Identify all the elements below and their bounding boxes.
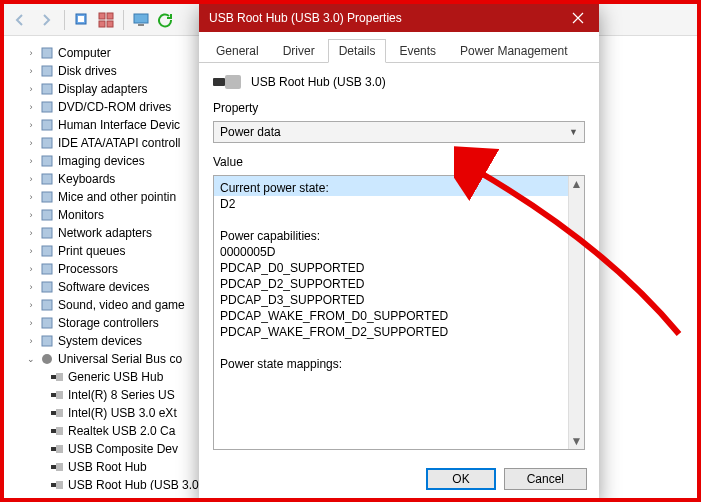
expand-icon[interactable]: › <box>26 206 36 224</box>
dialog-titlebar: USB Root Hub (USB 3.0) Properties <box>199 4 599 32</box>
svg-rect-24 <box>42 336 52 346</box>
svg-rect-22 <box>42 300 52 310</box>
expand-icon[interactable]: › <box>26 62 36 80</box>
tree-label: Imaging devices <box>58 152 145 170</box>
scrollbar[interactable]: ▲ ▼ <box>568 176 584 449</box>
svg-rect-33 <box>56 427 63 435</box>
svg-rect-6 <box>134 14 148 23</box>
usb-icon <box>50 460 64 474</box>
chevron-down-icon: ▼ <box>569 127 578 137</box>
expand-icon[interactable]: › <box>26 116 36 134</box>
value-label: Value <box>213 155 585 169</box>
svg-rect-14 <box>42 156 52 166</box>
close-icon[interactable] <box>557 4 599 32</box>
expand-icon[interactable]: › <box>26 134 36 152</box>
scroll-up-icon[interactable]: ▲ <box>569 176 584 192</box>
ok-button[interactable]: OK <box>426 468 495 490</box>
svg-rect-37 <box>56 463 63 471</box>
expand-icon[interactable]: › <box>26 278 36 296</box>
device-icon <box>40 154 54 168</box>
toolbar-sep <box>64 10 65 30</box>
value-line: D2 <box>220 196 562 212</box>
nav-back-icon[interactable] <box>8 8 32 32</box>
expand-icon[interactable]: › <box>26 170 36 188</box>
expand-icon[interactable]: › <box>26 296 36 314</box>
device-icon <box>40 118 54 132</box>
expand-icon[interactable]: › <box>26 80 36 98</box>
expand-icon[interactable]: › <box>26 98 36 116</box>
device-icon <box>40 64 54 78</box>
dialog-tabs: GeneralDriverDetailsEventsPower Manageme… <box>199 32 599 63</box>
computer-icon[interactable] <box>130 9 152 31</box>
device-icon <box>40 244 54 258</box>
expand-icon[interactable]: › <box>26 242 36 260</box>
device-icon <box>40 46 54 60</box>
search-icon[interactable] <box>71 9 93 31</box>
svg-rect-29 <box>56 391 63 399</box>
svg-rect-35 <box>56 445 63 453</box>
svg-rect-1 <box>78 16 84 22</box>
device-icon <box>40 298 54 312</box>
svg-rect-36 <box>51 465 56 469</box>
expand-icon[interactable]: › <box>26 260 36 278</box>
device-icon <box>40 190 54 204</box>
toolbar-sep <box>123 10 124 30</box>
svg-rect-26 <box>51 375 56 379</box>
tree-label: Processors <box>58 260 118 278</box>
tab-driver[interactable]: Driver <box>272 39 326 63</box>
svg-rect-10 <box>42 84 52 94</box>
value-listbox[interactable]: Current power state:D2 Power capabilitie… <box>213 175 585 450</box>
expand-icon[interactable]: › <box>26 44 36 62</box>
svg-rect-12 <box>42 120 52 130</box>
svg-rect-3 <box>107 13 113 19</box>
device-icon <box>40 136 54 150</box>
svg-rect-39 <box>56 481 63 489</box>
device-icon <box>40 208 54 222</box>
tab-events[interactable]: Events <box>388 39 447 63</box>
tree-label: Generic USB Hub <box>68 368 163 386</box>
tree-label: Intel(R) USB 3.0 eXt <box>68 404 177 422</box>
svg-rect-28 <box>51 393 56 397</box>
collapse-icon[interactable]: ⌄ <box>26 350 36 368</box>
usb-icon <box>50 370 64 384</box>
value-line: PDCAP_D3_SUPPORTED <box>220 292 562 308</box>
tree-label: Keyboards <box>58 170 115 188</box>
device-icon <box>40 334 54 348</box>
svg-rect-21 <box>42 282 52 292</box>
tab-power-management[interactable]: Power Management <box>449 39 578 63</box>
property-dropdown[interactable]: Power data ▼ <box>213 121 585 143</box>
svg-rect-5 <box>107 21 113 27</box>
scroll-down-icon[interactable]: ▼ <box>569 433 584 449</box>
expand-icon[interactable]: › <box>26 152 36 170</box>
tab-details[interactable]: Details <box>328 39 387 63</box>
refresh-icon[interactable] <box>154 9 176 31</box>
svg-rect-32 <box>51 429 56 433</box>
svg-rect-27 <box>56 373 63 381</box>
expand-icon[interactable]: › <box>26 224 36 242</box>
svg-rect-18 <box>42 228 52 238</box>
properties-dialog: USB Root Hub (USB 3.0) Properties Genera… <box>199 4 599 502</box>
nav-forward-icon[interactable] <box>34 8 58 32</box>
tree-label: DVD/CD-ROM drives <box>58 98 171 116</box>
svg-rect-16 <box>42 192 52 202</box>
grid-icon[interactable] <box>95 9 117 31</box>
usb-icon <box>50 406 64 420</box>
expand-icon[interactable]: › <box>26 314 36 332</box>
expand-icon[interactable]: › <box>26 332 36 350</box>
value-line: Power state mappings: <box>220 356 562 372</box>
usb-plug-icon <box>213 75 241 89</box>
tree-label: USB Root Hub (USB 3.0) <box>68 476 203 490</box>
tab-general[interactable]: General <box>205 39 270 63</box>
value-line: PDCAP_WAKE_FROM_D0_SUPPORTED <box>220 308 562 324</box>
usb-icon <box>50 478 64 490</box>
cancel-button[interactable]: Cancel <box>504 468 587 490</box>
svg-rect-9 <box>42 66 52 76</box>
device-header: USB Root Hub (USB 3.0) <box>213 75 585 89</box>
expand-icon[interactable]: › <box>26 188 36 206</box>
svg-rect-20 <box>42 264 52 274</box>
svg-rect-15 <box>42 174 52 184</box>
tree-label: Monitors <box>58 206 104 224</box>
svg-rect-17 <box>42 210 52 220</box>
device-icon <box>40 172 54 186</box>
tree-label: System devices <box>58 332 142 350</box>
